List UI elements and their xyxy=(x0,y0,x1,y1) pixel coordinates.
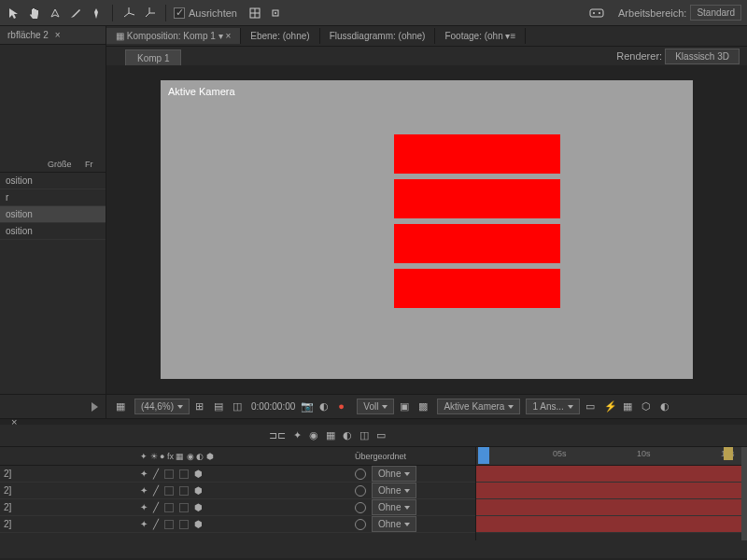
search-icon[interactable] xyxy=(588,5,605,21)
grid-icon[interactable]: ▤ xyxy=(214,400,227,413)
layer-row[interactable]: 2] ✦╱⬢ Ohne xyxy=(0,516,475,533)
tab-flowchart[interactable]: Flussdiagramm: (ohne) xyxy=(320,28,436,44)
layer-track[interactable] xyxy=(476,483,747,499)
pixel-aspect-icon[interactable]: ▭ xyxy=(585,400,599,413)
separator xyxy=(165,5,166,21)
column-header: Größe Fr xyxy=(0,157,106,173)
fast-preview-icon[interactable]: ⚡ xyxy=(604,400,617,413)
svg-point-7 xyxy=(599,12,600,14)
property-row[interactable]: osition xyxy=(0,206,106,223)
layer-row[interactable]: 2] ✦╱⬢ Ohne xyxy=(0,499,475,516)
layer-track[interactable] xyxy=(476,516,747,533)
property-list: osition r osition osition xyxy=(0,173,106,394)
layer-track[interactable] xyxy=(476,499,747,516)
svg-point-6 xyxy=(593,12,595,14)
layer-row[interactable]: 2] ✦╱⬢ Ohne xyxy=(0,483,475,499)
axis-local-icon[interactable] xyxy=(120,5,137,21)
composition-viewport[interactable]: Aktive Kamera xyxy=(161,80,693,379)
svg-rect-5 xyxy=(590,9,603,17)
parent-dropdown[interactable]: Ohne xyxy=(372,483,416,498)
selection-tool-icon[interactable] xyxy=(6,5,22,21)
project-panel: rbfläche 2 × Größe Fr osition r osition … xyxy=(0,26,106,418)
parent-dropdown[interactable]: Ohne xyxy=(372,499,416,515)
viewer-controls: ▦ (44,6%) ⊞ ▤ ◫ 0:00:00:00 📷 ◐ ● Voll ▣ … xyxy=(106,394,747,418)
current-time-indicator[interactable] xyxy=(478,447,489,464)
pickwhip-icon[interactable] xyxy=(355,469,366,480)
3d-icon[interactable]: ▭ xyxy=(376,429,386,441)
timeline-toolbar: ⊐⊏ ✦ ◉ ▦ ◐ ◫ ▭ xyxy=(0,425,747,447)
safe-zones-icon[interactable]: ⊞ xyxy=(195,400,208,413)
brush-tool-icon[interactable] xyxy=(67,5,84,21)
timeline-panel: × ⊐⊏ ✦ ◉ ▦ ◐ ◫ ▭ ✦ ☀ ● fx ▦ ◉ ◐ ⬢ Überge… xyxy=(0,418,747,558)
scrollbar[interactable] xyxy=(741,447,747,540)
timeline-tracks[interactable]: 05s 10s 15s xyxy=(476,447,747,540)
work-area-end[interactable] xyxy=(724,447,733,460)
renderer-label: Renderer: xyxy=(616,50,662,62)
property-row[interactable]: osition xyxy=(0,173,106,189)
layer-shape[interactable] xyxy=(394,224,560,263)
camera-dropdown[interactable]: Aktive Kamera xyxy=(437,399,520,414)
camera-label: Aktive Kamera xyxy=(168,86,235,97)
align-label: Ausrichten xyxy=(189,7,237,19)
timeline-columns: ✦ ☀ ● fx ▦ ◉ ◐ ⬢ Übergeordnet xyxy=(0,447,475,466)
roi-icon[interactable]: ▣ xyxy=(400,400,413,413)
panel-tabs: ▦ Komposition: Komp 1 ▾ × Ebene: (ohne) … xyxy=(106,26,747,47)
pin-tool-icon[interactable] xyxy=(88,5,105,21)
shy-icon[interactable]: ⊐⊏ xyxy=(269,429,286,441)
layer-shape[interactable] xyxy=(394,134,560,174)
close-icon[interactable]: × xyxy=(51,30,64,40)
views-dropdown[interactable]: 1 Ans... xyxy=(526,399,579,414)
pickwhip-icon[interactable] xyxy=(355,485,366,497)
play-icon[interactable] xyxy=(92,402,98,412)
snap-grid-icon[interactable] xyxy=(247,5,263,21)
parent-dropdown[interactable]: Ohne xyxy=(372,516,416,532)
tab-footage[interactable]: Footage: (ohn ▾≡ xyxy=(435,28,526,44)
panel-tab[interactable]: rbfläche 2 × xyxy=(0,26,106,45)
always-preview-icon[interactable]: ▦ xyxy=(116,400,129,413)
transparency-icon[interactable]: ▩ xyxy=(418,400,431,413)
renderer-button[interactable]: Klassisch 3D xyxy=(665,49,740,64)
layer-shape[interactable] xyxy=(394,269,560,308)
property-row[interactable]: r xyxy=(0,189,106,206)
layer-list: ✦ ☀ ● fx ▦ ◉ ◐ ⬢ Übergeordnet 2] ✦╱⬢ Ohn… xyxy=(0,447,476,540)
timeline-icon[interactable]: ▦ xyxy=(623,400,636,413)
svg-point-4 xyxy=(275,12,276,14)
pen-tool-icon[interactable] xyxy=(47,5,63,21)
pickwhip-icon[interactable] xyxy=(355,519,366,530)
parent-dropdown[interactable]: Ohne xyxy=(372,466,416,482)
main-toolbar: ✓ Ausrichten Arbeitsbereich: Standard xyxy=(0,0,747,26)
timecode-display[interactable]: 0:00:00:00 xyxy=(251,401,295,412)
brain-icon[interactable]: ◐ xyxy=(343,429,352,441)
layer-row[interactable]: 2] ✦╱⬢ Ohne xyxy=(0,466,475,483)
comp-name-tab[interactable]: Komp 1 xyxy=(125,49,181,67)
snap-point-icon[interactable] xyxy=(267,5,284,21)
flowchart-icon[interactable]: ⬡ xyxy=(641,400,655,413)
channel-icon[interactable]: ◐ xyxy=(319,400,332,413)
graph-icon[interactable]: ▦ xyxy=(326,429,335,441)
snapshot-icon[interactable]: 📷 xyxy=(301,400,314,413)
tab-layer[interactable]: Ebene: (ohne) xyxy=(241,28,319,44)
resolution-dropdown[interactable]: Voll xyxy=(357,399,394,414)
align-checkbox[interactable]: ✓ xyxy=(174,7,185,19)
hand-tool-icon[interactable] xyxy=(26,5,43,21)
workspace-label: Arbeitsbereich: xyxy=(618,7,686,19)
workspace-dropdown[interactable]: Standard xyxy=(690,5,741,21)
frame-blend-icon[interactable]: ◫ xyxy=(359,429,369,441)
property-row[interactable]: osition xyxy=(0,223,106,240)
layer-shape[interactable] xyxy=(394,179,560,218)
time-ruler[interactable]: 05s 10s 15s xyxy=(476,447,747,466)
comp-subheader: Komp 1 Renderer: Klassisch 3D xyxy=(106,47,747,65)
separator xyxy=(112,5,113,21)
exposure-icon[interactable]: ◐ xyxy=(660,400,673,413)
mask-icon[interactable]: ◫ xyxy=(233,400,246,413)
pickwhip-icon[interactable] xyxy=(355,502,366,513)
tab-composition[interactable]: ▦ Komposition: Komp 1 ▾ × xyxy=(106,28,241,44)
layer-track[interactable] xyxy=(476,466,747,483)
zoom-dropdown[interactable]: (44,6%) xyxy=(134,399,190,414)
composition-panel: ▦ Komposition: Komp 1 ▾ × Ebene: (ohne) … xyxy=(106,26,747,418)
axis-world-icon[interactable] xyxy=(141,5,158,21)
motion-blur-icon[interactable]: ◉ xyxy=(309,429,318,441)
color-icon[interactable]: ● xyxy=(338,400,351,413)
star-icon[interactable]: ✦ xyxy=(293,429,302,441)
panel-close-icon[interactable]: × xyxy=(7,416,21,427)
